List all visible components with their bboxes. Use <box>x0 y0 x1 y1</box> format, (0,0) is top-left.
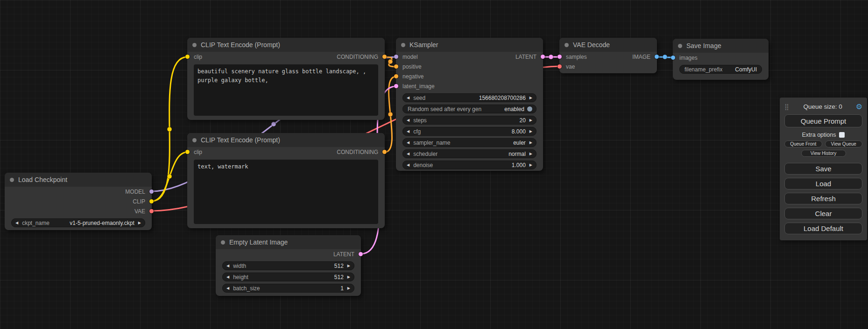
collapse-toggle-icon[interactable] <box>565 43 569 47</box>
queue-front-button[interactable]: Queue Front <box>784 140 822 147</box>
collapse-toggle-icon[interactable] <box>401 43 405 47</box>
decrement-arrow-icon[interactable]: ◀ <box>407 140 409 145</box>
node-clip-text-encode-negative[interactable]: CLIP Text Encode (Prompt) clip CONDITION… <box>187 133 385 228</box>
output-slot-label: CONDITIONING <box>337 54 378 60</box>
collapse-toggle-icon[interactable] <box>192 138 197 142</box>
input-slot-label: positive <box>402 63 422 70</box>
node-load-checkpoint[interactable]: Load Checkpoint MODEL CLIP VAE ◀ ckpt_na… <box>5 173 152 230</box>
denoise-widget[interactable]: ◀ denoise 1.000 ▶ <box>402 161 536 169</box>
output-slot-clip[interactable] <box>149 199 154 203</box>
input-slot-latent-image[interactable] <box>394 84 398 88</box>
increment-arrow-icon[interactable]: ▶ <box>347 286 350 290</box>
node-title-bar[interactable]: KSampler <box>396 38 543 52</box>
input-slot-model[interactable] <box>394 55 398 59</box>
node-clip-text-encode-positive[interactable]: CLIP Text Encode (Prompt) clip CONDITION… <box>187 38 385 120</box>
decrement-arrow-icon[interactable]: ◀ <box>407 129 409 133</box>
output-slot-model[interactable] <box>149 189 154 194</box>
clear-button[interactable]: Clear <box>784 208 862 219</box>
wire-midpoint-dot <box>388 59 393 64</box>
widget-name: denoise <box>413 162 433 168</box>
width-widget[interactable]: ◀ width 512 ▶ <box>222 261 354 270</box>
decrement-arrow-icon[interactable]: ◀ <box>15 221 18 225</box>
view-queue-button[interactable]: View Queue <box>825 140 863 147</box>
node-title: KSampler <box>409 41 438 49</box>
node-save-image[interactable]: Save Image images filename_prefix ComfyU… <box>673 39 769 80</box>
widget-value: v1-5-pruned-emaonly.ckpt <box>70 220 134 226</box>
input-slot-images[interactable] <box>671 56 675 60</box>
input-slot-positive[interactable] <box>394 64 398 69</box>
menu-drag-handle-icon[interactable]: ⣿ <box>784 103 789 110</box>
ckpt-name-widget[interactable]: ◀ ckpt_name v1-5-pruned-emaonly.ckpt ▶ <box>11 218 145 227</box>
input-slot-negative[interactable] <box>394 74 398 78</box>
collapse-toggle-icon[interactable] <box>678 44 682 48</box>
output-slot-label: LATENT <box>515 54 536 60</box>
increment-arrow-icon[interactable]: ▶ <box>529 152 532 156</box>
input-slot-vae[interactable] <box>557 64 562 69</box>
decrement-arrow-icon[interactable]: ◀ <box>407 118 409 122</box>
increment-arrow-icon[interactable]: ▶ <box>138 221 141 225</box>
output-slot-latent[interactable] <box>359 252 363 256</box>
increment-arrow-icon[interactable]: ▶ <box>347 275 350 279</box>
node-title-bar[interactable]: VAE Decode <box>559 38 657 52</box>
widget-value: 1.000 <box>512 162 526 168</box>
collapse-toggle-icon[interactable] <box>192 43 197 47</box>
output-slot-label: CLIP <box>133 198 145 205</box>
steps-widget[interactable]: ◀ steps 20 ▶ <box>402 116 536 125</box>
load-default-button[interactable]: Load Default <box>784 223 862 234</box>
save-button[interactable]: Save <box>784 163 862 175</box>
widget-value: enabled <box>504 106 524 112</box>
increment-arrow-icon[interactable]: ▶ <box>529 129 532 133</box>
cfg-widget[interactable]: ◀ cfg 8.000 ▶ <box>402 127 536 136</box>
random-seed-toggle[interactable]: Random seed after every gen enabled <box>402 105 536 113</box>
decrement-arrow-icon[interactable]: ◀ <box>226 286 229 290</box>
input-slot-label: vae <box>566 63 575 70</box>
settings-gear-icon[interactable]: ⚙ <box>856 102 862 111</box>
widget-value: 1 <box>340 285 344 292</box>
negative-prompt-textarea[interactable]: text, watermark <box>194 160 378 224</box>
increment-arrow-icon[interactable]: ▶ <box>347 264 350 268</box>
collapse-toggle-icon[interactable] <box>10 178 14 182</box>
node-title-bar[interactable]: Load Checkpoint <box>5 173 152 187</box>
height-widget[interactable]: ◀ height 512 ▶ <box>222 273 354 281</box>
node-title-bar[interactable]: CLIP Text Encode (Prompt) <box>187 133 385 147</box>
input-slot-samples[interactable] <box>557 55 562 59</box>
output-slot-image[interactable] <box>655 55 659 59</box>
decrement-arrow-icon[interactable]: ◀ <box>407 163 409 167</box>
increment-arrow-icon[interactable]: ▶ <box>529 163 532 167</box>
decrement-arrow-icon[interactable]: ◀ <box>226 275 229 279</box>
input-slot-clip[interactable] <box>185 55 190 59</box>
increment-arrow-icon[interactable]: ▶ <box>529 118 532 122</box>
filename-prefix-widget[interactable]: filename_prefix ComfyUI <box>679 65 762 74</box>
comfyui-canvas[interactable]: { "colors": { "MODEL": "#B39DDB", "CLIP"… <box>0 0 868 329</box>
output-slot-conditioning[interactable] <box>382 55 387 59</box>
increment-arrow-icon[interactable]: ▶ <box>529 140 532 145</box>
input-slot-clip[interactable] <box>185 150 190 154</box>
decrement-arrow-icon[interactable]: ◀ <box>226 264 229 268</box>
load-button[interactable]: Load <box>784 178 862 189</box>
seed-widget[interactable]: ◀ seed 156680208700286 ▶ <box>402 93 536 102</box>
output-slot-vae[interactable] <box>149 209 154 213</box>
positive-prompt-textarea[interactable]: beautiful scenery nature glass bottle la… <box>194 64 378 116</box>
output-slot-label: VAE <box>134 208 145 215</box>
node-title-bar[interactable]: Empty Latent Image <box>216 235 361 249</box>
node-title-bar[interactable]: Save Image <box>673 39 769 53</box>
batch-size-widget[interactable]: ◀ batch_size 1 ▶ <box>222 284 354 293</box>
output-slot-conditioning[interactable] <box>382 150 387 154</box>
increment-arrow-icon[interactable]: ▶ <box>529 96 532 100</box>
sampler-name-widget[interactable]: ◀ sampler_name euler ▶ <box>402 138 536 147</box>
view-history-button[interactable]: View History <box>801 150 846 157</box>
decrement-arrow-icon[interactable]: ◀ <box>407 152 409 156</box>
node-vae-decode[interactable]: VAE Decode samples IMAGE vae <box>559 38 657 73</box>
output-slot-latent[interactable] <box>541 55 545 59</box>
output-slot-label: LATENT <box>333 251 354 258</box>
extra-options-checkbox[interactable] <box>839 132 845 138</box>
collapse-toggle-icon[interactable] <box>221 240 225 245</box>
queue-prompt-button[interactable]: Queue Prompt <box>784 114 862 127</box>
node-ksampler[interactable]: KSampler model LATENT positive negative … <box>396 38 543 171</box>
wire-midpoint-dot <box>271 122 276 126</box>
node-title-bar[interactable]: CLIP Text Encode (Prompt) <box>187 38 385 52</box>
refresh-button[interactable]: Refresh <box>784 193 862 204</box>
scheduler-widget[interactable]: ◀ scheduler normal ▶ <box>402 149 536 158</box>
node-empty-latent-image[interactable]: Empty Latent Image LATENT ◀ width 512 ▶ … <box>216 235 361 296</box>
decrement-arrow-icon[interactable]: ◀ <box>407 96 409 100</box>
